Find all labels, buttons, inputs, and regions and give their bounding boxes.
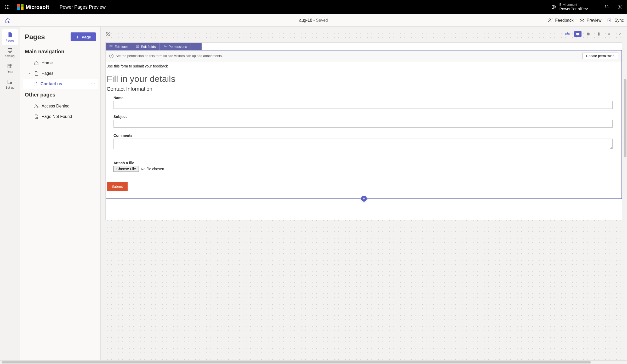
resize-handle-icon[interactable] bbox=[104, 30, 112, 38]
zoom-dropdown[interactable] bbox=[616, 31, 623, 37]
permissions-button[interactable]: Permissions bbox=[159, 43, 191, 50]
eye-icon bbox=[579, 18, 585, 23]
rail-pages[interactable]: Pages bbox=[2, 29, 18, 45]
tree-item-home-label: Home bbox=[42, 61, 53, 65]
subject-input[interactable] bbox=[113, 120, 613, 128]
page-icon bbox=[33, 81, 38, 87]
permissions-label: Permissions bbox=[168, 45, 187, 49]
tree-item-pages-label: Pages bbox=[42, 71, 53, 76]
home-icon bbox=[34, 60, 39, 66]
rail-pages-label: Pages bbox=[5, 39, 14, 42]
pages-panel-title: Pages bbox=[25, 33, 45, 41]
svg-rect-21 bbox=[587, 33, 589, 36]
plus-icon: ＋ bbox=[75, 35, 80, 39]
svg-point-5 bbox=[9, 7, 9, 8]
microsoft-text: Microsoft bbox=[26, 4, 49, 10]
svg-point-10 bbox=[619, 7, 620, 8]
svg-point-26 bbox=[164, 46, 165, 47]
page-icon bbox=[34, 71, 39, 76]
svg-point-11 bbox=[549, 19, 551, 20]
choose-file-button[interactable]: Choose File bbox=[113, 166, 139, 172]
form-heading: Fill in your details bbox=[107, 74, 621, 84]
tree-item-home[interactable]: Home bbox=[23, 58, 98, 68]
svg-point-4 bbox=[7, 7, 8, 8]
preview-button[interactable]: Preview bbox=[579, 18, 602, 23]
tree-item-access-denied-label: Access Denied bbox=[42, 104, 70, 109]
page-frame: Edit form Edit fields Permissions ··· ! … bbox=[105, 42, 622, 220]
desktop-view-button[interactable] bbox=[574, 31, 582, 37]
form-content: Fill in your details Contact Information… bbox=[106, 74, 622, 198]
home-button[interactable] bbox=[3, 16, 13, 25]
update-permission-button[interactable]: Update permission bbox=[582, 53, 618, 59]
gear-icon bbox=[617, 4, 622, 10]
tablet-view-button[interactable] bbox=[585, 31, 592, 37]
rail-data[interactable]: Data bbox=[2, 61, 18, 76]
add-section-button[interactable]: + bbox=[361, 195, 367, 202]
page-missing-icon bbox=[34, 114, 39, 119]
form-section-title: Contact Information bbox=[107, 86, 621, 92]
chevron-down-icon bbox=[617, 32, 622, 36]
form-component[interactable]: Edit form Edit fields Permissions ··· ! … bbox=[106, 50, 622, 199]
new-page-button[interactable]: ＋ Page bbox=[71, 32, 96, 41]
environment-label: Environment bbox=[560, 3, 588, 7]
sync-button[interactable]: Sync bbox=[607, 18, 624, 23]
zoom-button[interactable] bbox=[606, 31, 613, 37]
document-title: aug-18 - Saved bbox=[299, 18, 328, 23]
code-view-button[interactable]: </> bbox=[564, 31, 571, 37]
desktop-icon bbox=[575, 32, 580, 36]
svg-point-3 bbox=[5, 7, 6, 8]
horizontal-scrollbar[interactable] bbox=[0, 360, 627, 364]
feedback-button[interactable]: Feedback bbox=[548, 18, 573, 23]
svg-point-12 bbox=[581, 20, 583, 21]
app-body: Pages Styling Data Set up ··· Pages ＋ Pa… bbox=[0, 27, 627, 360]
document-name: aug-18 bbox=[299, 18, 312, 22]
bell-icon bbox=[604, 4, 609, 10]
svg-point-6 bbox=[5, 8, 6, 9]
preview-label: Preview bbox=[587, 18, 602, 23]
app-title: Power Pages Preview bbox=[60, 4, 106, 10]
mobile-view-button[interactable] bbox=[595, 31, 602, 37]
scrollbar-thumb[interactable] bbox=[2, 361, 591, 363]
tree-item-pages[interactable]: › Pages bbox=[23, 68, 98, 79]
form-icon bbox=[109, 45, 113, 48]
edit-form-button[interactable]: Edit form bbox=[106, 43, 132, 50]
svg-point-17 bbox=[35, 105, 37, 106]
rail-data-label: Data bbox=[7, 70, 13, 74]
tree-item-contact-us[interactable]: Contact us ··· bbox=[23, 79, 98, 89]
notifications-button[interactable] bbox=[602, 2, 611, 12]
tree-item-access-denied[interactable]: Access Denied bbox=[23, 101, 98, 111]
pages-panel: Pages ＋ Page Main navigation Home › Page… bbox=[20, 27, 101, 360]
submit-button[interactable]: Submit bbox=[107, 182, 128, 191]
form-description: Use this form to submit your feedback bbox=[106, 61, 622, 70]
vertical-scrollbar[interactable] bbox=[624, 79, 626, 157]
name-input[interactable] bbox=[113, 101, 613, 109]
environment-picker[interactable]: Environment PowerPortalDev bbox=[551, 3, 588, 11]
attach-label: Attach a file bbox=[113, 161, 621, 165]
rail-setup[interactable]: Set up bbox=[2, 76, 18, 92]
tree-item-not-found[interactable]: Page Not Found bbox=[23, 111, 98, 122]
tree-item-contact-label: Contact us bbox=[41, 82, 62, 86]
app-launcher-icon[interactable] bbox=[3, 2, 12, 12]
svg-rect-20 bbox=[577, 35, 579, 35]
mobile-icon bbox=[596, 32, 601, 36]
tree-item-more-icon[interactable]: ··· bbox=[91, 82, 96, 86]
settings-button[interactable] bbox=[615, 2, 624, 12]
svg-rect-24 bbox=[110, 45, 111, 46]
rail-styling[interactable]: Styling bbox=[2, 45, 18, 61]
setup-icon bbox=[7, 79, 13, 85]
table-icon bbox=[7, 63, 13, 69]
rail-more[interactable]: ··· bbox=[7, 92, 13, 104]
svg-rect-19 bbox=[576, 33, 579, 35]
form-toolbar-more[interactable]: ··· bbox=[191, 43, 202, 50]
main-nav-heading: Main navigation bbox=[23, 46, 98, 58]
other-pages-heading: Other pages bbox=[23, 89, 98, 101]
microsoft-logo-icon bbox=[17, 4, 24, 10]
save-status: - Saved bbox=[312, 18, 328, 22]
subject-label: Subject bbox=[113, 115, 621, 119]
tablet-icon bbox=[586, 32, 591, 36]
comments-input[interactable] bbox=[113, 139, 613, 149]
tree-item-not-found-label: Page Not Found bbox=[42, 114, 72, 119]
edit-fields-button[interactable]: Edit fields bbox=[132, 43, 159, 50]
microsoft-logo[interactable]: Microsoft bbox=[17, 4, 49, 10]
svg-rect-15 bbox=[8, 80, 12, 84]
